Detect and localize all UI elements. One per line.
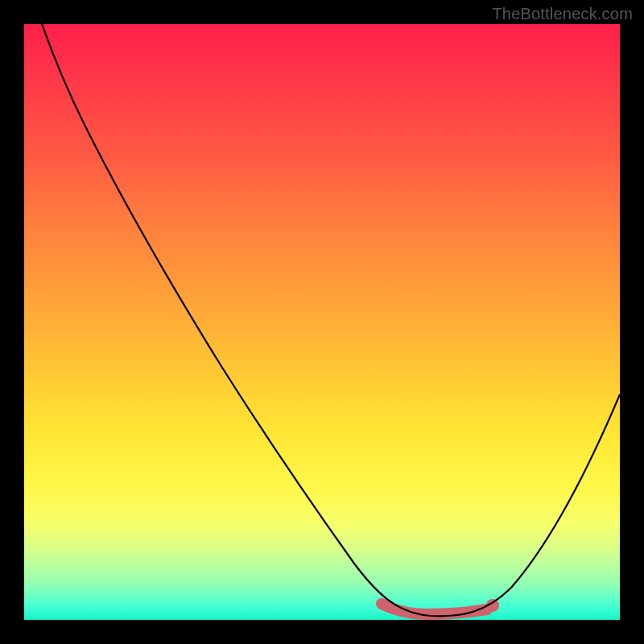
plot-area [24,24,620,620]
watermark-text: TheBottleneck.com [492,5,633,23]
chart-svg [24,24,620,620]
chart-frame: TheBottleneck.com [0,0,644,644]
bottleneck-curve-line [42,24,620,616]
